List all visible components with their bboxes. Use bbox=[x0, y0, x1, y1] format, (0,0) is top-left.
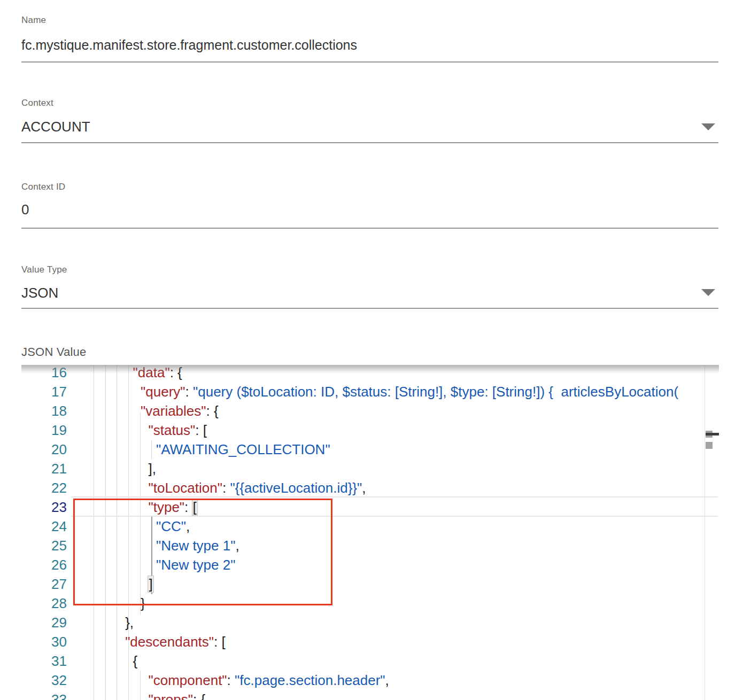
context-select-value: ACCOUNT bbox=[21, 119, 90, 135]
context-id-input[interactable]: 0 bbox=[21, 201, 718, 218]
line-number: 18 bbox=[21, 401, 67, 421]
chevron-down-icon[interactable] bbox=[701, 289, 715, 296]
line-number: 17 bbox=[21, 382, 67, 401]
line-number: 21 bbox=[21, 459, 67, 478]
code-text[interactable]: "props": { bbox=[67, 690, 205, 700]
field-label: Name bbox=[21, 15, 46, 25]
field-label: Value Type bbox=[21, 265, 67, 275]
name-input-value: fc.mystique.manifest.store.fragment.cust… bbox=[21, 37, 357, 52]
annotation-rectangle bbox=[73, 499, 332, 605]
code-line-22[interactable]: 22 "toLocation": "{{activeLocation.id}}"… bbox=[21, 478, 719, 497]
code-text[interactable]: ], bbox=[67, 459, 156, 478]
line-number: 31 bbox=[21, 651, 67, 671]
code-text[interactable]: "status": [ bbox=[67, 421, 207, 440]
context-id-field-label: Context ID bbox=[21, 182, 718, 192]
code-line-29[interactable]: 29 }, bbox=[21, 613, 719, 632]
value-type-field-label: Value Type bbox=[21, 265, 718, 275]
line-number: 27 bbox=[21, 574, 67, 594]
code-line-19[interactable]: 19 "status": [ bbox=[21, 421, 719, 440]
field-label: Context ID bbox=[21, 182, 65, 192]
code-line-18[interactable]: 18 "variables": { bbox=[21, 401, 719, 421]
line-number: 30 bbox=[21, 632, 67, 651]
line-number: 20 bbox=[21, 440, 67, 459]
code-line-30[interactable]: 30 "descendants": [ bbox=[21, 632, 719, 651]
chevron-down-icon[interactable] bbox=[701, 123, 715, 130]
context-id-input-value: 0 bbox=[21, 201, 29, 217]
scrollbar-cursor-marker[interactable] bbox=[706, 433, 719, 435]
line-number: 26 bbox=[21, 555, 67, 574]
context-select[interactable]: ACCOUNT bbox=[21, 119, 718, 135]
code-text[interactable]: "query": "query ($toLocation: ID, $statu… bbox=[67, 382, 678, 401]
line-number: 32 bbox=[21, 671, 67, 690]
name-input-underline bbox=[21, 61, 718, 63]
code-line-33[interactable]: 33 "props": { bbox=[21, 690, 719, 700]
code-line-20[interactable]: 20 "AWAITING_COLLECTION" bbox=[21, 440, 719, 459]
scrollbar-marker[interactable] bbox=[706, 442, 713, 449]
scroll-shadow bbox=[21, 365, 719, 374]
code-text[interactable]: "descendants": [ bbox=[67, 632, 226, 651]
line-number: 19 bbox=[21, 421, 67, 440]
context-id-input-underline bbox=[21, 228, 718, 229]
code-line-32[interactable]: 32 "component": "fc.page.section.header"… bbox=[21, 671, 719, 690]
code-text[interactable]: "component": "fc.page.section.header", bbox=[67, 671, 389, 690]
code-text[interactable]: "toLocation": "{{activeLocation.id}}", bbox=[67, 478, 366, 497]
json-value-label: JSON Value bbox=[21, 345, 718, 359]
context-select-underline bbox=[21, 142, 718, 143]
context-field-label: Context bbox=[21, 98, 718, 108]
line-number: 28 bbox=[21, 594, 67, 613]
code-line-21[interactable]: 21 ], bbox=[21, 459, 719, 478]
line-number: 25 bbox=[21, 536, 67, 555]
line-number: 29 bbox=[21, 613, 67, 632]
code-line-31[interactable]: 31 { bbox=[21, 651, 719, 671]
code-line-17[interactable]: 17 "query": "query ($toLocation: ID, $st… bbox=[21, 382, 719, 401]
line-number: 23 bbox=[21, 497, 67, 517]
code-text[interactable]: "variables": { bbox=[67, 401, 219, 421]
value-type-select-underline bbox=[21, 308, 718, 309]
line-number: 22 bbox=[21, 478, 67, 497]
name-field-label: Name bbox=[21, 15, 718, 26]
field-label: Context bbox=[21, 98, 53, 108]
value-type-select-value: JSON bbox=[21, 285, 58, 301]
line-number: 33 bbox=[21, 690, 67, 700]
name-input[interactable]: fc.mystique.manifest.store.fragment.cust… bbox=[21, 37, 718, 53]
json-editor[interactable]: 16 "data": {17 "query": "query ($toLocat… bbox=[21, 365, 719, 700]
code-text[interactable]: { bbox=[67, 651, 137, 671]
code-text[interactable]: "AWAITING_COLLECTION" bbox=[67, 440, 330, 459]
code-text[interactable]: }, bbox=[67, 613, 134, 632]
line-number: 24 bbox=[21, 517, 67, 536]
value-type-select[interactable]: JSON bbox=[21, 285, 718, 301]
